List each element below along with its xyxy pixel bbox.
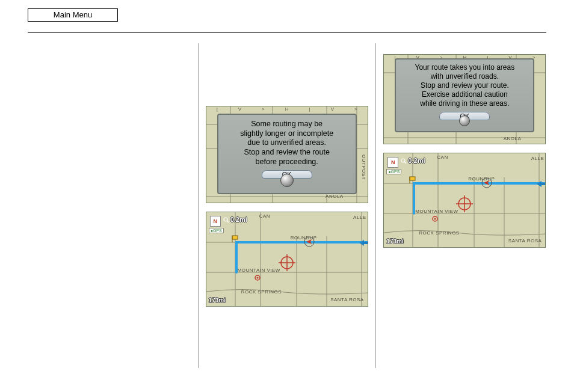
label-anola-b: ANOLA bbox=[504, 136, 522, 141]
vehicle-icon bbox=[304, 236, 315, 247]
label-alle: ALLE bbox=[531, 156, 545, 161]
column-right: |V>H|V> ANOLA Your route takes you into … bbox=[376, 43, 546, 368]
map-top-ticks: |V>H|V> bbox=[206, 106, 368, 112]
label-can: CAN bbox=[437, 155, 448, 160]
caution-line: while driving in these areas. bbox=[398, 99, 531, 108]
label-can: CAN bbox=[259, 213, 270, 219]
label-alle: ALLE bbox=[353, 215, 366, 220]
caution-line: Some routing may be bbox=[222, 120, 352, 129]
label-santa-rosa: SANTA ROSA bbox=[508, 238, 542, 243]
svg-point-48 bbox=[434, 218, 436, 220]
compass-icon[interactable]: N bbox=[210, 216, 221, 227]
label-mountain-view: MOUNTAIN VIEW bbox=[415, 209, 458, 214]
gps-indicator: ●GPS bbox=[209, 228, 224, 233]
svg-marker-43 bbox=[484, 180, 489, 185]
route-entry-arrow-icon bbox=[537, 181, 546, 187]
caution-line: Your route takes you into areas bbox=[398, 63, 531, 72]
header-divider bbox=[28, 32, 546, 33]
svg-marker-19 bbox=[306, 239, 312, 244]
route-entry-arrow-icon bbox=[359, 240, 368, 246]
label-santa-rosa: SANTA ROSA bbox=[330, 297, 364, 302]
svg-line-15 bbox=[227, 221, 229, 222]
caution-line: slightly longer or incomplete bbox=[222, 129, 352, 139]
caution-line: Exercise additional caution bbox=[398, 90, 531, 99]
odometer: 173mi bbox=[386, 238, 403, 245]
zoom-icon[interactable] bbox=[401, 158, 407, 164]
ok-button[interactable]: OK bbox=[262, 170, 312, 187]
main-menu-button[interactable]: Main Menu bbox=[28, 8, 118, 22]
compass-icon[interactable]: N bbox=[387, 157, 398, 168]
crosshair-icon bbox=[279, 254, 295, 271]
map-scale[interactable]: 0.2mi bbox=[230, 216, 247, 223]
waypoint-flag-icon bbox=[232, 235, 239, 242]
caution-modal-off: Some routing may be slightly longer or i… bbox=[217, 114, 357, 194]
ok-dial-icon bbox=[280, 174, 294, 187]
caution-modal-on: Your route takes you into areas with unv… bbox=[395, 58, 534, 132]
route-map-off: N ●GPS 0.2mi 173mi MOUNTAIN VIEW ROCK SP… bbox=[206, 212, 368, 307]
label-anola-a: ANOLA bbox=[326, 194, 344, 199]
label-rock-springs: ROCK SPRINGS bbox=[241, 289, 282, 295]
svg-line-39 bbox=[404, 162, 406, 164]
ok-dial-icon bbox=[459, 115, 470, 126]
odometer: 173mi bbox=[209, 297, 226, 304]
label-rock-springs: ROCK SPRINGS bbox=[419, 230, 459, 236]
caution-line: before proceeding. bbox=[222, 158, 352, 167]
caution-line: Stop and review your route. bbox=[398, 81, 531, 90]
column-left bbox=[28, 43, 198, 368]
label-mountain-view: MOUNTAIN VIEW bbox=[238, 268, 280, 273]
caution-screen-on: |V>H|V> ANOLA Your route takes you into … bbox=[383, 54, 546, 144]
ok-button[interactable]: OK bbox=[439, 112, 490, 126]
svg-rect-16 bbox=[232, 236, 238, 239]
caution-screen-off: |V>H|V> OUTPOST ANOLA Some routing may b… bbox=[206, 106, 368, 203]
label-outpost: OUTPOST bbox=[361, 155, 366, 180]
vehicle-icon bbox=[481, 177, 492, 188]
caution-line: with unverified roads. bbox=[398, 72, 531, 81]
svg-marker-25 bbox=[359, 240, 368, 246]
destination-pin-icon bbox=[432, 216, 438, 222]
map-scale[interactable]: 0.2mi bbox=[408, 157, 425, 164]
route-map-on: N ●GPS 0.2mi 173mi MOUNTAIN VIEW ROCK SP… bbox=[383, 153, 546, 248]
page-columns: |V>H|V> OUTPOST ANOLA Some routing may b… bbox=[28, 43, 546, 368]
waypoint-flag-icon bbox=[409, 176, 416, 183]
gps-indicator: ●GPS bbox=[386, 169, 401, 174]
caution-line: due to unverified areas. bbox=[222, 138, 352, 148]
svg-rect-40 bbox=[410, 177, 415, 180]
zoom-icon[interactable] bbox=[223, 217, 229, 223]
caution-line: Stop and review the route bbox=[222, 148, 352, 158]
column-middle: |V>H|V> OUTPOST ANOLA Some routing may b… bbox=[198, 43, 377, 368]
svg-point-24 bbox=[256, 277, 258, 279]
crosshair-icon bbox=[456, 195, 473, 212]
destination-pin-icon bbox=[255, 275, 261, 281]
svg-marker-49 bbox=[537, 181, 546, 187]
